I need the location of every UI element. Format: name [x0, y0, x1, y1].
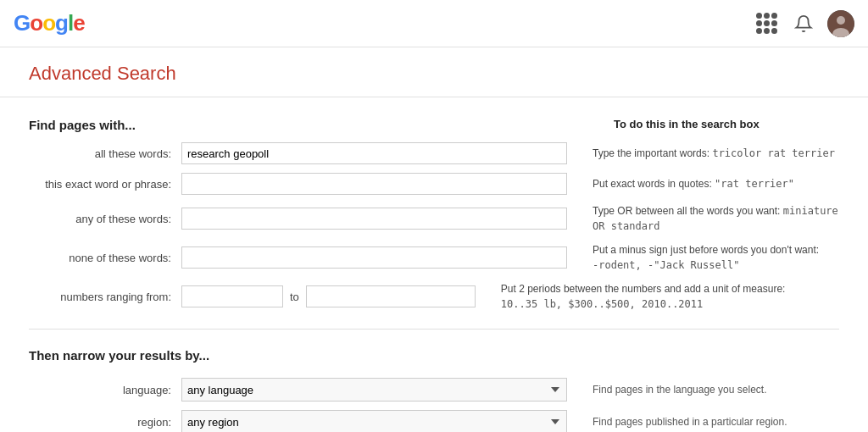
- none-words-label: none of these words:: [29, 252, 181, 264]
- any-words-row: any of these words: Type OR between all …: [29, 203, 839, 234]
- language-select[interactable]: any language: [181, 378, 567, 402]
- region-select[interactable]: any region: [181, 410, 567, 432]
- range-to-input[interactable]: [306, 285, 476, 307]
- page-title: Advanced Search: [29, 63, 839, 85]
- region-hint: Find pages published in a particular reg…: [567, 416, 839, 428]
- range-hint-example: 10..35 lb, $300..$500, 2010..2011: [501, 298, 703, 310]
- none-words-hint-example: -rodent, -"Jack Russell": [593, 259, 739, 271]
- range-hint: Put 2 periods between the numbers and ad…: [476, 281, 839, 312]
- page-title-bar: Advanced Search: [0, 47, 868, 97]
- all-words-hint-label: Type the important words:: [593, 147, 709, 159]
- all-words-hint: Type the important words: tricolor rat t…: [567, 146, 839, 161]
- find-pages-label: Find pages with...: [29, 118, 136, 132]
- exact-words-input[interactable]: [181, 173, 567, 195]
- all-words-label: all these words:: [29, 147, 181, 160]
- region-row: region: any region Find pages published …: [29, 410, 839, 432]
- none-words-hint-label: Put a minus sign just before words you d…: [593, 244, 819, 256]
- language-label: language:: [29, 384, 181, 396]
- google-logo[interactable]: Google: [14, 10, 85, 36]
- range-label: numbers ranging from:: [29, 291, 181, 303]
- exact-words-label: this exact word or phrase:: [29, 178, 181, 191]
- hint-header: To do this in the search box: [588, 118, 839, 132]
- logo-g: G: [14, 10, 30, 36]
- header-left: Google: [14, 10, 85, 36]
- range-to-label: to: [290, 291, 299, 303]
- logo-o2: o: [42, 10, 55, 36]
- divider: [29, 329, 839, 330]
- logo-o1: o: [30, 10, 42, 36]
- all-words-hint-example: tricolor rat terrier: [712, 147, 835, 159]
- any-words-hint: Type OR between all the words you want: …: [567, 203, 839, 234]
- section-headers: Find pages with... To do this in the sea…: [29, 118, 839, 132]
- region-label: region:: [29, 416, 181, 429]
- narrow-results-label: Then narrow your results by...: [29, 346, 839, 364]
- svg-point-1: [837, 16, 845, 25]
- header-right: [753, 10, 854, 37]
- any-words-label: any of these words:: [29, 213, 181, 225]
- header: Google: [0, 0, 868, 47]
- main-content: Find pages with... To do this in the sea…: [0, 97, 868, 432]
- none-words-row: none of these words: Put a minus sign ju…: [29, 242, 839, 273]
- avatar[interactable]: [827, 10, 854, 37]
- none-words-input[interactable]: [181, 246, 567, 269]
- any-words-input[interactable]: [181, 208, 567, 230]
- exact-words-hint-label: Put exact words in quotes:: [593, 178, 712, 190]
- none-words-hint: Put a minus sign just before words you d…: [567, 242, 839, 273]
- exact-words-row: this exact word or phrase: Put exact wor…: [29, 173, 839, 195]
- language-row: language: any language Find pages in the…: [29, 378, 839, 402]
- notifications-icon[interactable]: [790, 10, 817, 37]
- range-from-input[interactable]: [181, 285, 283, 307]
- logo-e: e: [73, 10, 84, 36]
- logo-g2: g: [55, 10, 68, 36]
- exact-words-hint: Put exact words in quotes: "rat terrier": [567, 176, 839, 191]
- all-words-row: all these words: Type the important word…: [29, 142, 839, 164]
- all-words-input[interactable]: [181, 142, 567, 164]
- language-hint: Find pages in the language you select.: [567, 384, 839, 396]
- range-hint-label: Put 2 periods between the numbers and ad…: [501, 283, 786, 295]
- apps-icon[interactable]: [753, 10, 780, 37]
- range-row: numbers ranging from: to Put 2 periods b…: [29, 281, 839, 312]
- grid-icon-inner: [756, 13, 777, 34]
- find-pages-header: Find pages with...: [29, 118, 588, 132]
- any-words-hint-label: Type OR between all the words you want:: [593, 205, 780, 217]
- exact-words-hint-example: "rat terrier": [715, 178, 794, 190]
- hint-header-label: To do this in the search box: [614, 118, 760, 130]
